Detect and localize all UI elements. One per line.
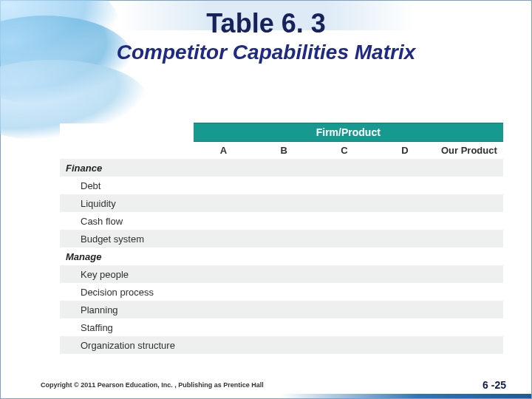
row-cash-flow: Cash flow	[60, 212, 194, 230]
table-row: Planning	[60, 301, 503, 318]
section-manage: Manage	[60, 248, 194, 265]
table-row: Debt	[60, 177, 503, 194]
table-row: Staffing	[60, 318, 503, 336]
col-d: D	[375, 142, 435, 160]
row-budget-system: Budget system	[60, 230, 194, 248]
bottom-accent-decoration	[280, 394, 531, 398]
row-planning: Planning	[60, 301, 194, 318]
header-blank	[60, 142, 194, 160]
copyright-text: Copyright © 2011 Pearson Education, Inc.…	[41, 381, 264, 389]
col-c: C	[314, 142, 375, 160]
row-staffing: Staffing	[60, 318, 194, 336]
title-block: Table 6. 3 Competitor Capabilities Matri…	[1, 8, 531, 64]
table-row: Cash flow	[60, 212, 503, 230]
table-row: Decision process	[60, 283, 503, 301]
table-row: Finance	[60, 159, 503, 177]
row-debt: Debt	[60, 177, 194, 194]
table-row: Manage	[60, 248, 503, 265]
table-row: Organization structure	[60, 336, 503, 354]
col-b: B	[253, 142, 314, 160]
title-main: Table 6. 3	[1, 8, 531, 39]
header-spacer	[60, 123, 194, 142]
row-decision-process: Decision process	[60, 283, 194, 301]
table-row: Key people	[60, 265, 503, 283]
table-row: Liquidity	[60, 194, 503, 212]
row-org-structure: Organization structure	[60, 336, 194, 354]
row-liquidity: Liquidity	[60, 194, 194, 212]
table-row: Budget system	[60, 230, 503, 248]
row-key-people: Key people	[60, 265, 194, 283]
matrix-table: Firm/Product A B C D Our Product Finance	[60, 123, 503, 354]
col-a: A	[194, 142, 254, 160]
page-number: 6 -25	[482, 379, 506, 391]
section-finance: Finance	[60, 159, 194, 177]
title-sub: Competitor Capabilities Matrix	[1, 41, 531, 64]
header-super: Firm/Product	[194, 123, 503, 142]
slide: Table 6. 3 Competitor Capabilities Matri…	[0, 0, 532, 399]
col-our-product: Our Product	[435, 142, 503, 160]
